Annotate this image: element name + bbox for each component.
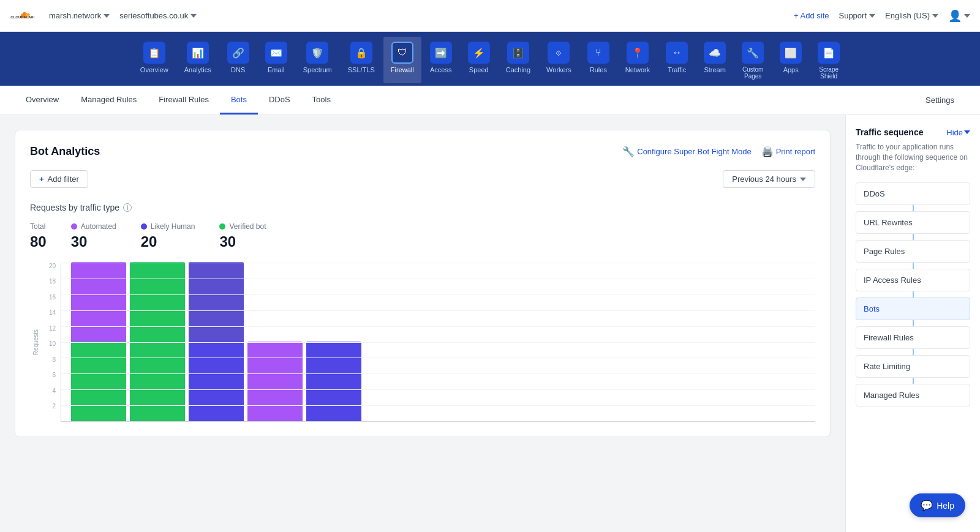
right-sidebar: Traffic sequence Hide Traffic to your ap… bbox=[845, 115, 980, 532]
traffic-item-firewallrules[interactable]: Firewall Rules bbox=[856, 326, 970, 349]
connector-3 bbox=[913, 263, 914, 269]
nav-rules[interactable]: ⑂ Rules bbox=[580, 37, 617, 83]
nav-workers[interactable]: ⟐ Workers bbox=[539, 37, 579, 83]
nav-dns[interactable]: 🔗 DNS bbox=[220, 37, 257, 83]
stream-icon: ☁️ bbox=[704, 42, 726, 64]
rules-icon: ⑂ bbox=[587, 42, 609, 64]
nav-firewall[interactable]: 🛡 Firewall bbox=[383, 37, 421, 83]
bar-3-bottom bbox=[189, 342, 244, 421]
apps-icon: ⬜ bbox=[780, 42, 802, 64]
bar-group-1 bbox=[71, 262, 126, 421]
connector-6 bbox=[913, 349, 914, 355]
cloudflare-logo: CLOUDFLARE bbox=[10, 4, 34, 28]
nav-traffic[interactable]: ↔️ Traffic bbox=[658, 37, 695, 83]
y-axis-title: Requests bbox=[32, 329, 39, 355]
bar-2 bbox=[130, 262, 185, 421]
site-selector: marsh.network seriesoftubes.co.uk bbox=[49, 11, 197, 20]
nav-email[interactable]: ✉️ Email bbox=[258, 37, 295, 83]
sidebar-title: Traffic sequence bbox=[856, 127, 924, 137]
speed-icon: ⚡ bbox=[468, 42, 490, 64]
nav-scrapeshield[interactable]: 📄 ScrapeShield bbox=[810, 37, 847, 83]
verifiedbot-dot bbox=[219, 223, 225, 230]
filter-row: + Add filter Previous 24 hours bbox=[30, 170, 815, 188]
nav-custompages[interactable]: 🔧 CustomPages bbox=[734, 37, 771, 83]
stat-total: Total 80 bbox=[30, 222, 47, 250]
site2-dropdown[interactable]: seriesoftubes.co.uk bbox=[119, 11, 197, 20]
connector-4 bbox=[913, 291, 914, 298]
nav-analytics[interactable]: 📊 Analytics bbox=[177, 37, 219, 83]
traffic-item-ddos[interactable]: DDoS bbox=[856, 182, 970, 205]
traffic-item-ratelimiting[interactable]: Rate Limiting bbox=[856, 355, 970, 378]
sidebar-description: Traffic to your application runs through… bbox=[856, 142, 970, 173]
bar-group-5 bbox=[306, 342, 361, 421]
print-report-button[interactable]: 🖨️ Print report bbox=[761, 146, 815, 157]
firewall-icon: 🛡 bbox=[391, 42, 413, 64]
main-layout: Bot Analytics 🔧 Configure Super Bot Figh… bbox=[0, 115, 980, 532]
configure-bot-fight-mode-button[interactable]: 🔧 Configure Super Bot Fight Mode bbox=[622, 146, 751, 157]
caching-icon: 🗄️ bbox=[507, 42, 529, 64]
nav-caching[interactable]: 🗄️ Caching bbox=[499, 37, 538, 83]
user-button[interactable]: 👤 bbox=[948, 9, 970, 23]
stat-automated: Automated 30 bbox=[71, 222, 116, 250]
sub-nav: Overview Managed Rules Firewall Rules Bo… bbox=[0, 86, 980, 115]
analytics-icon: 📊 bbox=[187, 42, 209, 64]
automated-dot bbox=[71, 223, 77, 230]
bar-group-3 bbox=[189, 262, 244, 421]
site1-dropdown[interactable]: marsh.network bbox=[49, 11, 110, 20]
card-actions: 🔧 Configure Super Bot Fight Mode 🖨️ Prin… bbox=[622, 146, 815, 157]
stat-verifiedbot: Verified bot 30 bbox=[219, 222, 266, 250]
nav-ssltls[interactable]: 🔒 SSL/TLS bbox=[341, 37, 382, 83]
chart-container: 20 18 16 14 12 10 8 6 4 2 Requests bbox=[30, 263, 815, 422]
nav-stream[interactable]: ☁️ Stream bbox=[696, 37, 733, 83]
nav-access[interactable]: ➡️ Access bbox=[423, 37, 459, 83]
nav-spectrum[interactable]: 🛡️ Spectrum bbox=[296, 37, 339, 83]
bar-3-top bbox=[189, 262, 244, 342]
likelyhuman-dot bbox=[141, 223, 147, 230]
subnav-tools[interactable]: Tools bbox=[301, 86, 342, 114]
subnav-settings[interactable]: Settings bbox=[914, 87, 965, 113]
help-button[interactable]: 💬 Help bbox=[910, 493, 965, 517]
traffic-item-managedrules[interactable]: Managed Rules bbox=[856, 384, 970, 406]
nav-network[interactable]: 📍 Network bbox=[618, 37, 657, 83]
network-icon: 📍 bbox=[627, 42, 649, 64]
section-title: Requests by traffic type i bbox=[30, 203, 815, 212]
card-title: Bot Analytics bbox=[30, 145, 100, 158]
language-button[interactable]: English (US) bbox=[885, 11, 938, 20]
time-range-select[interactable]: Previous 24 hours bbox=[723, 170, 815, 188]
nav-speed[interactable]: ⚡ Speed bbox=[461, 37, 497, 83]
subnav-firewallrules[interactable]: Firewall Rules bbox=[148, 86, 220, 114]
stat-likelyhuman: Likely Human 20 bbox=[141, 222, 195, 250]
dns-icon: 🔗 bbox=[227, 42, 249, 64]
support-button[interactable]: Support bbox=[839, 11, 875, 20]
chevron-down-icon bbox=[964, 130, 970, 134]
bar-1-top bbox=[71, 262, 126, 342]
hide-traffic-sequence-button[interactable]: Hide bbox=[946, 128, 970, 137]
subnav-ddos[interactable]: DDoS bbox=[258, 86, 301, 114]
traffic-item-ipaccessrules[interactable]: IP Access Rules bbox=[856, 269, 970, 291]
subnav-overview[interactable]: Overview bbox=[15, 86, 70, 114]
add-filter-button[interactable]: + Add filter bbox=[30, 170, 88, 188]
traffic-item-pagerules[interactable]: Page Rules bbox=[856, 240, 970, 263]
top-right-nav: + Add site Support English (US) 👤 bbox=[794, 9, 970, 23]
scrapeshield-icon: 📄 bbox=[818, 42, 840, 64]
subnav-managedrules[interactable]: Managed Rules bbox=[70, 86, 148, 114]
ssltls-icon: 🔒 bbox=[350, 42, 372, 64]
info-icon[interactable]: i bbox=[123, 203, 132, 212]
nav-overview[interactable]: 📋 Overview bbox=[133, 37, 176, 83]
connector-2 bbox=[913, 234, 914, 240]
subnav-bots[interactable]: Bots bbox=[220, 86, 258, 114]
bar-5 bbox=[306, 342, 361, 421]
bar-4 bbox=[247, 342, 303, 421]
traffic-item-bots[interactable]: Bots bbox=[856, 298, 970, 320]
access-icon: ➡️ bbox=[430, 42, 452, 64]
stats-row: Total 80 Automated 30 Likely Human bbox=[30, 222, 815, 250]
bar-group-2 bbox=[130, 262, 185, 421]
nav-apps[interactable]: ⬜ Apps bbox=[772, 37, 809, 83]
traffic-item-urlrewrites[interactable]: URL Rewrites bbox=[856, 211, 970, 234]
content-area: Bot Analytics 🔧 Configure Super Bot Figh… bbox=[0, 115, 845, 532]
add-site-button[interactable]: + Add site bbox=[794, 11, 829, 20]
bar-1-bottom bbox=[71, 342, 126, 421]
connector-5 bbox=[913, 320, 914, 326]
logo-area: CLOUDFLARE bbox=[10, 4, 34, 28]
traffic-sequence-items: DDoS URL Rewrites Page Rules IP Access R… bbox=[856, 182, 970, 406]
